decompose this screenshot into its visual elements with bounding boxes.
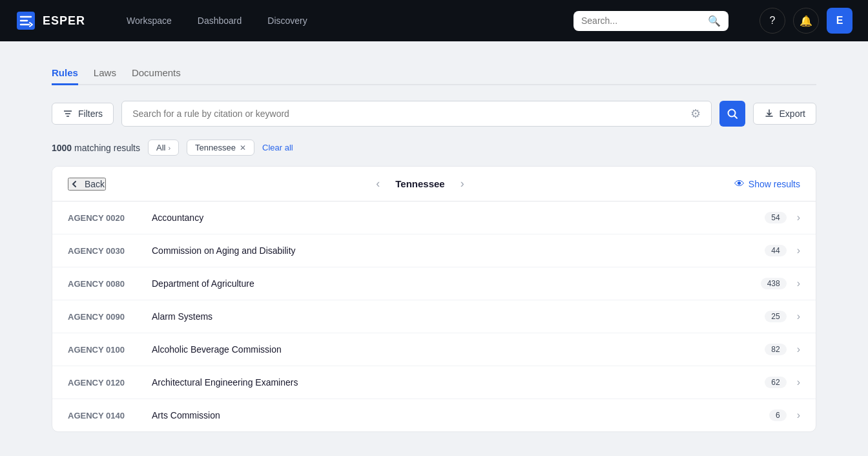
logo-text: ESPER [43, 14, 85, 28]
tab-documents[interactable]: Documents [132, 62, 181, 85]
main-content: Rules Laws Documents Filters ⚙ E [0, 41, 868, 453]
filters-label: Filters [78, 109, 103, 119]
row-chevron-icon: › [797, 212, 800, 223]
export-label: Export [780, 109, 805, 119]
filters-button[interactable]: Filters [52, 103, 114, 125]
agency-name: Architectural Engineering Examiners [152, 377, 765, 388]
agency-code: AGENCY 0030 [68, 246, 152, 256]
remove-filter-icon[interactable]: ✕ [240, 143, 246, 152]
nav-link-workspace[interactable]: Workspace [116, 10, 182, 31]
export-icon [764, 109, 774, 119]
agency-code: AGENCY 0080 [68, 279, 152, 289]
show-results-label: Show results [749, 179, 800, 189]
filter-all-button[interactable]: All › [148, 140, 179, 156]
table-row[interactable]: AGENCY 0030 Commission on Aging and Disa… [52, 234, 816, 267]
svg-line-2 [734, 116, 737, 119]
agency-panel: Back ‹ Tennessee › 👁 Show results AGENCY… [52, 166, 816, 432]
search-button[interactable] [719, 101, 745, 127]
filter-bar: Filters ⚙ Export [52, 101, 816, 127]
rule-search[interactable]: ⚙ [121, 101, 711, 127]
table-row[interactable]: AGENCY 0140 Arts Commission 6 › [52, 399, 816, 431]
search-submit-icon [727, 108, 738, 119]
agency-count: 25 [765, 311, 786, 322]
agency-name: Accountancy [152, 212, 765, 223]
nav-link-discovery[interactable]: Discovery [257, 10, 317, 31]
row-chevron-icon: › [797, 409, 800, 421]
clear-all-button[interactable]: Clear all [262, 143, 293, 152]
agency-name: Alcoholic Beverage Commission [152, 344, 765, 355]
row-chevron-icon: › [797, 377, 800, 388]
filter-all-label: All [156, 143, 165, 152]
logo-icon [16, 10, 36, 31]
help-button[interactable]: ? [760, 8, 785, 34]
tab-laws[interactable]: Laws [94, 62, 116, 85]
nav-actions: ? 🔔 E [760, 8, 852, 34]
user-avatar[interactable]: E [827, 8, 852, 34]
agency-code: AGENCY 0140 [68, 411, 152, 420]
prev-arrow-icon[interactable]: ‹ [376, 177, 380, 191]
agency-code: AGENCY 0100 [68, 345, 152, 355]
results-info: 1000 matching results All › Tennessee ✕ … [52, 140, 816, 156]
agency-count: 438 [761, 278, 787, 289]
agency-name: Commission on Aging and Disability [152, 245, 765, 256]
row-chevron-icon: › [797, 245, 800, 256]
row-chevron-icon: › [797, 278, 800, 289]
agency-count: 62 [765, 377, 786, 388]
content-tabs: Rules Laws Documents [52, 62, 816, 85]
export-button[interactable]: Export [753, 103, 816, 125]
back-arrow-icon [69, 179, 79, 189]
nav-links: Workspace Dashboard Discovery [116, 10, 553, 31]
agency-name: Arts Commission [152, 410, 769, 420]
filter-icon [63, 109, 73, 119]
filter-tennessee-button[interactable]: Tennessee ✕ [187, 140, 254, 156]
navbar: ESPER Workspace Dashboard Discovery 🔍 ? … [0, 0, 868, 41]
notifications-button[interactable]: 🔔 [793, 8, 819, 34]
filter-tennessee-label: Tennessee [195, 143, 236, 152]
table-row[interactable]: AGENCY 0080 Department of Agriculture 43… [52, 267, 816, 300]
global-search[interactable]: 🔍 [574, 11, 728, 31]
next-arrow-icon[interactable]: › [460, 177, 464, 191]
agency-count: 44 [765, 245, 786, 256]
nav-link-dashboard[interactable]: Dashboard [187, 10, 253, 31]
table-row[interactable]: AGENCY 0020 Accountancy 54 › [52, 202, 816, 234]
results-count: 1000 matching results [52, 143, 140, 153]
back-button[interactable]: Back [68, 178, 106, 191]
agency-count: 82 [765, 344, 786, 355]
table-row[interactable]: AGENCY 0100 Alcoholic Beverage Commissio… [52, 333, 816, 366]
search-icon: 🔍 [708, 15, 721, 27]
filter-tag-all: All › [148, 140, 179, 156]
panel-header: Back ‹ Tennessee › 👁 Show results [52, 167, 816, 202]
chevron-right-icon: › [168, 144, 170, 152]
table-row[interactable]: AGENCY 0120 Architectural Engineering Ex… [52, 366, 816, 399]
table-row[interactable]: AGENCY 0090 Alarm Systems 25 › [52, 300, 816, 333]
agency-code: AGENCY 0090 [68, 312, 152, 322]
global-search-input[interactable] [581, 16, 703, 26]
agency-name: Alarm Systems [152, 311, 765, 322]
agency-code: AGENCY 0020 [68, 213, 152, 223]
row-chevron-icon: › [797, 311, 800, 322]
agency-count: 54 [765, 212, 786, 223]
row-chevron-icon: › [797, 344, 800, 355]
results-number: 1000 [52, 143, 72, 153]
eye-icon: 👁 [734, 178, 745, 190]
agency-code: AGENCY 0120 [68, 378, 152, 388]
agency-name: Department of Agriculture [152, 278, 761, 289]
panel-nav: ‹ Tennessee › [106, 177, 734, 191]
panel-title: Tennessee [395, 178, 444, 189]
tab-rules[interactable]: Rules [52, 62, 78, 85]
results-suffix: matching results [74, 143, 140, 153]
show-results-button[interactable]: 👁 Show results [734, 178, 800, 190]
logo[interactable]: ESPER [16, 10, 85, 31]
rule-search-input[interactable] [132, 109, 685, 119]
agency-list: AGENCY 0020 Accountancy 54 › AGENCY 0030… [52, 202, 816, 431]
search-filter-icon[interactable]: ⚙ [690, 107, 701, 121]
back-label: Back [85, 179, 105, 189]
agency-count: 6 [769, 409, 787, 421]
